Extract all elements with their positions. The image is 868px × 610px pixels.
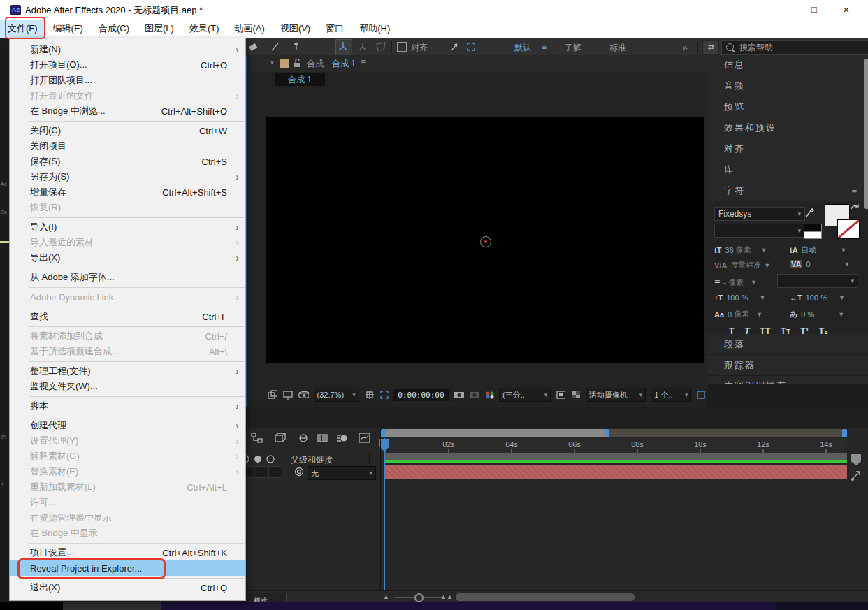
maximize-button[interactable]: □ <box>800 0 829 20</box>
file-menu-item[interactable]: 整理工程(文件)› <box>10 363 245 379</box>
eyedropper-icon[interactable] <box>804 207 815 219</box>
show-channels-icon[interactable] <box>484 390 494 400</box>
shy-layers-icon[interactable] <box>296 432 310 444</box>
monitor-icon[interactable] <box>282 390 292 400</box>
menubar-item[interactable]: 窗口 <box>318 20 352 38</box>
file-menu-item[interactable]: 导出(X)› <box>10 250 245 266</box>
parent-link-column-header[interactable]: 父级和链接 <box>291 454 333 466</box>
file-menu-item[interactable]: 关闭项目 <box>10 138 245 154</box>
active-camera-dropdown[interactable]: 活动摄像机▾ <box>586 388 646 402</box>
tab-close-icon[interactable]: × <box>270 58 275 68</box>
menubar-item[interactable]: 图层(L) <box>137 20 182 38</box>
close-button[interactable]: × <box>832 0 861 20</box>
font-style-select[interactable]: -▾ <box>714 224 805 238</box>
grid-guides-icon[interactable] <box>364 390 374 400</box>
panel-header-tracker[interactable]: 跟踪器 <box>707 355 868 375</box>
view-axis-mode-icon[interactable] <box>375 41 387 53</box>
stroke-width-control[interactable]: ≡ - 像素 ▼ <box>714 277 757 288</box>
composition-switch-icons[interactable] <box>240 454 278 464</box>
panel-header-预览[interactable]: 预览 <box>707 96 868 117</box>
local-axis-mode-button[interactable] <box>335 39 352 55</box>
view-layout-dropdown[interactable]: 1 个..▾ <box>651 388 691 402</box>
navigator-end-handle[interactable] <box>842 429 847 437</box>
search-help-box[interactable] <box>721 40 868 55</box>
file-menu-item[interactable]: 创建代理› <box>10 418 245 433</box>
panel-menu-icon[interactable]: ≡ <box>361 57 366 67</box>
comp-marker-icon[interactable] <box>851 454 861 465</box>
panel-header-信息[interactable]: 信息 <box>707 55 868 75</box>
panel-header-partial[interactable]: 内容识别填充 <box>707 376 868 384</box>
comp-active-name[interactable]: 合成 1 <box>332 58 356 70</box>
panel-header-对齐[interactable]: 对齐 <box>707 138 868 159</box>
time-navigator-tail[interactable] <box>609 429 843 437</box>
file-menu-item[interactable]: 脚本› <box>10 398 245 414</box>
menubar-item[interactable]: 视图(V) <box>273 20 318 38</box>
selection-arrow-icon[interactable] <box>449 41 460 52</box>
panel-header-效果和预设[interactable]: 效果和预设 <box>707 117 868 138</box>
workspace-overflow-icon[interactable]: » <box>682 42 688 53</box>
roi-icon[interactable] <box>379 390 389 400</box>
snapshot-camera-icon[interactable] <box>454 390 464 400</box>
menubar-item[interactable]: 效果(T) <box>182 20 227 38</box>
file-menu-item[interactable]: 新建(N)› <box>10 42 245 57</box>
horizontal-scale-control[interactable]: ↔T100 % ▼ <box>790 293 845 302</box>
tsume-control[interactable]: あ 0 % ▼ <box>790 309 844 319</box>
pickwhip-icon[interactable] <box>294 466 305 477</box>
brush-tool-icon[interactable] <box>270 41 281 52</box>
resolution-icon[interactable] <box>556 390 565 400</box>
file-menu-item[interactable]: 查找Ctrl+F <box>10 309 245 324</box>
zoom-out-mountain-icon[interactable]: ▲ <box>383 593 389 600</box>
stroke-white-swatch[interactable] <box>804 231 822 239</box>
vertical-scale-control[interactable]: ↕T100 % ▼ <box>714 293 765 302</box>
workspace-standard[interactable]: 标准 <box>609 42 626 54</box>
minimize-button[interactable]: — <box>768 0 797 20</box>
transparency-grid-icon[interactable] <box>570 390 580 400</box>
navigator-mid-handle[interactable] <box>605 429 609 437</box>
file-menu-item[interactable]: 导入(I)› <box>10 219 245 235</box>
frame-blending-icon[interactable] <box>316 432 330 444</box>
layer-duration-bar[interactable] <box>385 465 847 479</box>
stroke-color-swatch[interactable] <box>837 219 860 239</box>
comp-timecode[interactable]: 0:00:00:00 <box>393 389 448 401</box>
file-menu-item[interactable]: 打开团队项目... <box>10 73 245 88</box>
playhead-line[interactable] <box>384 438 385 597</box>
timeline-horizontal-scrollbar[interactable] <box>456 593 635 601</box>
eraser-tool-icon[interactable] <box>247 41 259 52</box>
kerning-control[interactable]: V/A 度量标准 ▼ <box>714 260 770 270</box>
font-family-select[interactable]: Fixedsys▾ <box>714 207 805 221</box>
layer-switch-cell[interactable] <box>268 466 282 478</box>
file-menu-item[interactable]: Reveal Project in Explorer... <box>10 560 245 576</box>
file-menu-item[interactable]: 保存(S)Ctrl+S <box>10 154 245 169</box>
magnification-dropdown[interactable]: (32.7%)▾ <box>314 388 359 402</box>
panel-header-库[interactable]: 库 <box>707 159 868 180</box>
preview-goggles-icon[interactable] <box>298 390 309 400</box>
file-menu-item[interactable]: 从 Adobe 添加字体... <box>10 270 245 285</box>
work-area-bar[interactable] <box>385 453 847 460</box>
workspace-menu-icon[interactable]: ≡ <box>542 42 547 52</box>
navigator-start-handle[interactable] <box>381 429 386 437</box>
comp-mini-tab[interactable]: 合成 1 <box>275 73 325 86</box>
tracking-control[interactable]: VA 0 ▼ <box>790 260 851 268</box>
file-menu-item[interactable]: 在 Bridge 中浏览...Ctrl+Alt+Shift+O <box>10 103 245 119</box>
menubar-item[interactable]: 帮助(H) <box>352 20 398 38</box>
comp-mini-flowchart-icon[interactable] <box>850 470 862 482</box>
region-of-interest-icon[interactable] <box>465 41 477 52</box>
search-help-input[interactable] <box>738 42 846 53</box>
time-ruler[interactable]: 0s02s04s06s08s10s12s14s <box>381 438 847 453</box>
pixel-aspect-icon[interactable] <box>696 390 704 400</box>
right-panel-scrollbar[interactable] <box>864 59 868 209</box>
panel-header-character[interactable]: 字符 ≡ <box>707 180 868 201</box>
layer-switch-cell[interactable] <box>254 466 268 478</box>
unlock-icon[interactable] <box>293 59 301 68</box>
file-menu-item[interactable]: 关闭(C)Ctrl+W <box>10 123 245 138</box>
sync-settings-button[interactable]: ⇄ <box>702 40 719 55</box>
file-menu-item[interactable]: 打开项目(O)...Ctrl+O <box>10 57 245 73</box>
menubar-item[interactable]: 编辑(E) <box>45 20 91 38</box>
puppet-pin-tool-icon[interactable] <box>291 41 302 52</box>
font-size-control[interactable]: tT 36 像素 ▼ <box>714 245 767 255</box>
timeline-zoom-knob[interactable] <box>414 593 424 602</box>
draft-3d-icon[interactable] <box>273 432 287 444</box>
panel-menu-icon[interactable]: ≡ <box>851 185 858 196</box>
stroke-style-select[interactable]: ▾ <box>777 274 858 288</box>
panel-header-paragraph[interactable]: 段落 <box>707 334 868 354</box>
